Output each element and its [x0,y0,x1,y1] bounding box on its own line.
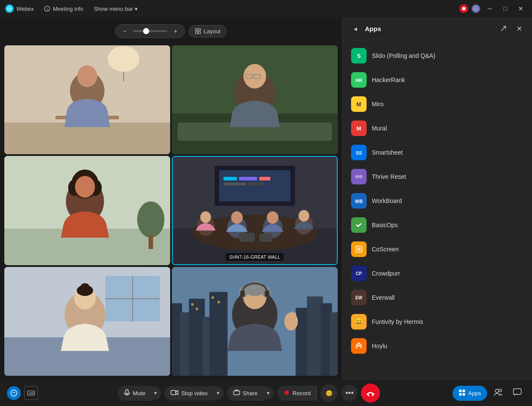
stop-video-button[interactable]: Stop video [165,386,214,400]
layout-label: Layout [203,28,220,35]
svg-rect-69 [189,298,205,376]
zoom-slider[interactable] [133,30,167,32]
app-icon-2: M [351,96,367,112]
share-chevron[interactable]: ▾ [263,387,274,400]
app-list-item[interactable]: 😄 Funtivity by Hermis [344,310,530,334]
layout-button[interactable]: Layout [188,25,227,38]
app-list-item[interactable]: CP Crowdpurr [344,261,530,285]
svg-point-18 [77,65,97,87]
mute-button[interactable]: Mute [117,386,152,401]
app-list-item[interactable]: CoScreen [344,237,530,261]
share-label: Share [243,390,258,396]
more-options-button[interactable]: ••• [341,385,358,401]
app-list-item[interactable]: Hoylu [344,334,530,358]
reactions-button[interactable]: 😊 [320,384,338,402]
svg-rect-10 [198,32,200,34]
share-button-group: Share ▾ [227,386,274,401]
app-icon-7 [351,217,367,233]
close-button[interactable]: ✕ [515,3,527,15]
zoom-slider-handle [143,28,149,34]
svg-rect-77 [196,308,198,310]
apps-collapse-button[interactable]: ◂ [349,22,361,35]
video-grid: SHN7-16-GREAT WALL [4,22,338,376]
svg-rect-9 [195,32,197,34]
svg-rect-44 [224,183,246,185]
svg-text:😄: 😄 [355,317,363,326]
svg-text:CP: CP [356,271,362,276]
person-bg-3 [4,156,170,265]
record-label: Record [293,390,311,396]
person-bg-6 [172,267,338,376]
mute-chevron[interactable]: ▾ [150,387,161,400]
zoom-out-button[interactable]: − [120,26,129,36]
svg-rect-123 [234,391,240,395]
app-list-item[interactable]: S Slido (Polling and Q&A) [344,44,530,68]
video-area: − + Layout [0,17,342,380]
minimize-button[interactable]: ─ [484,3,496,15]
svg-rect-78 [212,296,214,298]
app-list-item[interactable]: M Miro [344,92,530,116]
apps-toolbar-label: Apps [468,390,481,396]
svg-rect-129 [459,393,462,396]
svg-text:EW: EW [355,295,363,300]
app-list-item[interactable]: SS Smartsheet [344,140,530,165]
stop-video-chevron[interactable]: ▾ [212,387,224,400]
apps-close-button[interactable]: ✕ [513,22,525,35]
app-name-7: BasicOps [372,222,398,228]
apps-popout-button[interactable] [497,22,510,35]
meeting-info-label: Meeting info [53,6,83,12]
svg-rect-55 [239,233,255,242]
svg-rect-41 [224,177,237,181]
apps-grid-icon [459,389,466,397]
apps-list[interactable]: S Slido (Polling and Q&A) HR HackerRank … [342,40,532,380]
show-menu-label: Show menu bar [94,6,133,12]
svg-line-126 [372,394,373,396]
app-list-item[interactable]: WB WorkBoard [344,189,530,213]
maximize-button[interactable]: □ [499,3,511,15]
app-list-item[interactable]: BasicOps [344,213,530,237]
app-list-item[interactable]: Thrive Reset [344,165,530,189]
svg-point-48 [200,212,211,223]
svg-rect-120 [126,390,128,394]
person-bg-2 [172,45,338,154]
svg-point-50 [231,212,243,224]
zoom-in-button[interactable]: + [171,26,180,36]
pp-icon [472,4,480,13]
meeting-info-button[interactable]: i Meeting info [41,4,87,14]
svg-point-103 [359,175,362,178]
record-button[interactable]: Record [277,386,317,401]
webex-label: Webex [16,6,34,12]
video-icon [171,390,178,397]
video-cell-4: SHN7-16-GREAT WALL [172,156,338,265]
toolbar-center: Mute ▾ Stop video ▾ [59,384,439,403]
chevron-down-icon: ▾ [135,6,138,12]
app-list-item[interactable]: HR HackerRank [344,68,530,92]
end-call-button[interactable] [361,384,380,403]
svg-point-117 [11,390,17,396]
svg-text:CC: CC [29,392,34,395]
person-bg-1 [4,45,170,154]
chat-icon [513,388,522,398]
svg-rect-109 [357,247,361,251]
app-list-item[interactable]: M Mural [344,116,530,140]
show-menu-button[interactable]: Show menu bar ▾ [94,6,138,12]
apps-header-actions: ✕ [497,22,525,35]
svg-rect-85 [240,290,245,297]
svg-rect-43 [259,177,270,181]
more-icon: ••• [345,389,354,398]
app-icon-1: HR [351,72,367,88]
share-button[interactable]: Share [227,386,264,401]
participants-button[interactable] [491,385,506,401]
svg-point-102 [355,175,359,178]
app-list-item[interactable]: EW Everwall [344,285,530,310]
closed-caption-button[interactable]: CC [24,386,38,400]
svg-point-65 [80,283,89,291]
chat-button[interactable] [510,385,525,401]
app-name-9: Crowdpurr [372,270,400,277]
svg-line-125 [368,394,369,396]
app-name-12: Hoylu [372,343,387,349]
person-bg-5 [4,267,170,376]
apps-toolbar-button[interactable]: Apps [453,386,487,401]
svg-rect-42 [239,177,257,181]
app-name-6: WorkBoard [372,197,402,204]
